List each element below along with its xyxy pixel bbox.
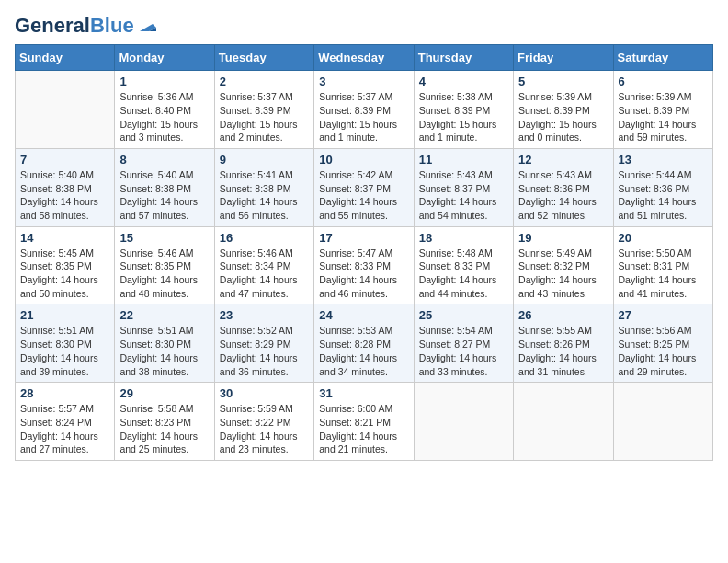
day-number: 25 <box>419 308 508 322</box>
calendar-week-row: 1Sunrise: 5:36 AM Sunset: 8:40 PM Daylig… <box>16 71 713 149</box>
day-number: 2 <box>220 75 309 88</box>
day-number: 10 <box>319 153 408 167</box>
page-header: GeneralBlue <box>15 15 713 37</box>
day-number: 14 <box>20 231 109 245</box>
day-info: Sunrise: 5:44 AM Sunset: 8:36 PM Dayligh… <box>619 168 708 223</box>
day-number: 3 <box>319 75 408 88</box>
calendar-cell: 16Sunrise: 5:46 AM Sunset: 8:34 PM Dayli… <box>214 226 313 304</box>
calendar-cell: 1Sunrise: 5:36 AM Sunset: 8:40 PM Daylig… <box>115 71 214 149</box>
day-number: 16 <box>220 231 309 245</box>
calendar-cell: 24Sunrise: 5:53 AM Sunset: 8:28 PM Dayli… <box>314 304 414 383</box>
day-header-thursday: Thursday <box>414 45 513 71</box>
day-number: 19 <box>518 231 608 245</box>
day-header-friday: Friday <box>514 45 613 71</box>
calendar-cell: 19Sunrise: 5:49 AM Sunset: 8:32 PM Dayli… <box>514 226 613 304</box>
day-header-saturday: Saturday <box>613 45 712 71</box>
calendar-cell: 27Sunrise: 5:56 AM Sunset: 8:25 PM Dayli… <box>613 304 712 383</box>
calendar-cell <box>514 383 613 461</box>
day-header-sunday: Sunday <box>16 45 115 71</box>
day-info: Sunrise: 5:52 AM Sunset: 8:29 PM Dayligh… <box>220 324 309 378</box>
day-info: Sunrise: 5:39 AM Sunset: 8:39 PM Dayligh… <box>619 90 708 144</box>
day-info: Sunrise: 5:46 AM Sunset: 8:34 PM Dayligh… <box>220 247 309 301</box>
day-info: Sunrise: 5:49 AM Sunset: 8:32 PM Dayligh… <box>518 247 608 301</box>
day-info: Sunrise: 6:00 AM Sunset: 8:21 PM Dayligh… <box>319 402 408 456</box>
calendar-cell: 28Sunrise: 5:57 AM Sunset: 8:24 PM Dayli… <box>16 383 115 461</box>
day-info: Sunrise: 5:48 AM Sunset: 8:33 PM Dayligh… <box>419 247 508 301</box>
calendar-cell: 4Sunrise: 5:38 AM Sunset: 8:39 PM Daylig… <box>414 71 513 149</box>
calendar-cell <box>613 383 712 461</box>
day-number: 23 <box>220 308 309 322</box>
day-info: Sunrise: 5:54 AM Sunset: 8:27 PM Dayligh… <box>419 324 508 378</box>
day-number: 1 <box>119 75 209 88</box>
day-number: 31 <box>319 386 408 400</box>
calendar-cell: 13Sunrise: 5:44 AM Sunset: 8:36 PM Dayli… <box>613 148 712 226</box>
calendar-cell: 26Sunrise: 5:55 AM Sunset: 8:26 PM Dayli… <box>514 304 613 383</box>
day-number: 6 <box>619 75 708 88</box>
day-number: 21 <box>20 308 109 322</box>
day-info: Sunrise: 5:43 AM Sunset: 8:36 PM Dayligh… <box>518 168 608 223</box>
day-info: Sunrise: 5:40 AM Sunset: 8:38 PM Dayligh… <box>119 168 209 223</box>
calendar-cell: 6Sunrise: 5:39 AM Sunset: 8:39 PM Daylig… <box>613 71 712 149</box>
day-info: Sunrise: 5:47 AM Sunset: 8:33 PM Dayligh… <box>319 247 408 301</box>
day-info: Sunrise: 5:45 AM Sunset: 8:35 PM Dayligh… <box>20 247 109 301</box>
day-number: 17 <box>319 231 408 245</box>
day-info: Sunrise: 5:57 AM Sunset: 8:24 PM Dayligh… <box>20 402 109 456</box>
logo-text: GeneralBlue <box>15 15 134 37</box>
day-info: Sunrise: 5:46 AM Sunset: 8:35 PM Dayligh… <box>119 247 209 301</box>
calendar-cell: 11Sunrise: 5:43 AM Sunset: 8:37 PM Dayli… <box>414 148 513 226</box>
calendar-cell: 3Sunrise: 5:37 AM Sunset: 8:39 PM Daylig… <box>314 71 414 149</box>
calendar-cell: 25Sunrise: 5:54 AM Sunset: 8:27 PM Dayli… <box>414 304 513 383</box>
day-info: Sunrise: 5:50 AM Sunset: 8:31 PM Dayligh… <box>619 247 708 301</box>
calendar-cell <box>414 383 513 461</box>
calendar-week-row: 21Sunrise: 5:51 AM Sunset: 8:30 PM Dayli… <box>16 304 713 383</box>
calendar-week-row: 14Sunrise: 5:45 AM Sunset: 8:35 PM Dayli… <box>16 226 713 304</box>
day-number: 13 <box>619 153 708 167</box>
calendar-header-row: SundayMondayTuesdayWednesdayThursdayFrid… <box>16 45 713 71</box>
day-number: 4 <box>419 75 508 88</box>
day-info: Sunrise: 5:58 AM Sunset: 8:23 PM Dayligh… <box>119 402 209 456</box>
logo-icon <box>136 15 156 35</box>
day-number: 26 <box>518 308 608 322</box>
calendar-cell: 30Sunrise: 5:59 AM Sunset: 8:22 PM Dayli… <box>214 383 313 461</box>
day-info: Sunrise: 5:37 AM Sunset: 8:39 PM Dayligh… <box>220 90 309 144</box>
calendar-week-row: 7Sunrise: 5:40 AM Sunset: 8:38 PM Daylig… <box>16 148 713 226</box>
calendar-cell: 17Sunrise: 5:47 AM Sunset: 8:33 PM Dayli… <box>314 226 414 304</box>
calendar-cell: 20Sunrise: 5:50 AM Sunset: 8:31 PM Dayli… <box>613 226 712 304</box>
day-info: Sunrise: 5:53 AM Sunset: 8:28 PM Dayligh… <box>319 324 408 378</box>
calendar-cell: 8Sunrise: 5:40 AM Sunset: 8:38 PM Daylig… <box>115 148 214 226</box>
day-number: 27 <box>619 308 708 322</box>
calendar-cell: 22Sunrise: 5:51 AM Sunset: 8:30 PM Dayli… <box>115 304 214 383</box>
calendar-cell: 7Sunrise: 5:40 AM Sunset: 8:38 PM Daylig… <box>16 148 115 226</box>
day-number: 24 <box>319 308 408 322</box>
calendar-cell: 15Sunrise: 5:46 AM Sunset: 8:35 PM Dayli… <box>115 226 214 304</box>
day-info: Sunrise: 5:56 AM Sunset: 8:25 PM Dayligh… <box>619 324 708 378</box>
day-number: 11 <box>419 153 508 167</box>
calendar-cell: 10Sunrise: 5:42 AM Sunset: 8:37 PM Dayli… <box>314 148 414 226</box>
day-info: Sunrise: 5:42 AM Sunset: 8:37 PM Dayligh… <box>319 168 408 223</box>
calendar-cell: 23Sunrise: 5:52 AM Sunset: 8:29 PM Dayli… <box>214 304 313 383</box>
day-header-monday: Monday <box>115 45 214 71</box>
day-header-wednesday: Wednesday <box>314 45 414 71</box>
day-info: Sunrise: 5:39 AM Sunset: 8:39 PM Dayligh… <box>518 90 608 144</box>
calendar-cell: 18Sunrise: 5:48 AM Sunset: 8:33 PM Dayli… <box>414 226 513 304</box>
calendar-cell: 5Sunrise: 5:39 AM Sunset: 8:39 PM Daylig… <box>514 71 613 149</box>
day-info: Sunrise: 5:59 AM Sunset: 8:22 PM Dayligh… <box>220 402 309 456</box>
day-number: 5 <box>518 75 608 88</box>
day-number: 8 <box>119 153 209 167</box>
day-number: 12 <box>518 153 608 167</box>
day-info: Sunrise: 5:43 AM Sunset: 8:37 PM Dayligh… <box>419 168 508 223</box>
calendar-cell: 29Sunrise: 5:58 AM Sunset: 8:23 PM Dayli… <box>115 383 214 461</box>
calendar-cell: 31Sunrise: 6:00 AM Sunset: 8:21 PM Dayli… <box>314 383 414 461</box>
day-number: 7 <box>20 153 109 167</box>
day-number: 28 <box>20 386 109 400</box>
day-number: 15 <box>119 231 209 245</box>
day-number: 30 <box>220 386 309 400</box>
day-info: Sunrise: 5:55 AM Sunset: 8:26 PM Dayligh… <box>518 324 608 378</box>
logo: GeneralBlue <box>15 15 156 37</box>
day-number: 9 <box>220 153 309 167</box>
calendar-table: SundayMondayTuesdayWednesdayThursdayFrid… <box>15 44 713 461</box>
calendar-cell: 21Sunrise: 5:51 AM Sunset: 8:30 PM Dayli… <box>16 304 115 383</box>
day-info: Sunrise: 5:40 AM Sunset: 8:38 PM Dayligh… <box>20 168 109 223</box>
calendar-cell <box>16 71 115 149</box>
day-info: Sunrise: 5:51 AM Sunset: 8:30 PM Dayligh… <box>20 324 109 378</box>
